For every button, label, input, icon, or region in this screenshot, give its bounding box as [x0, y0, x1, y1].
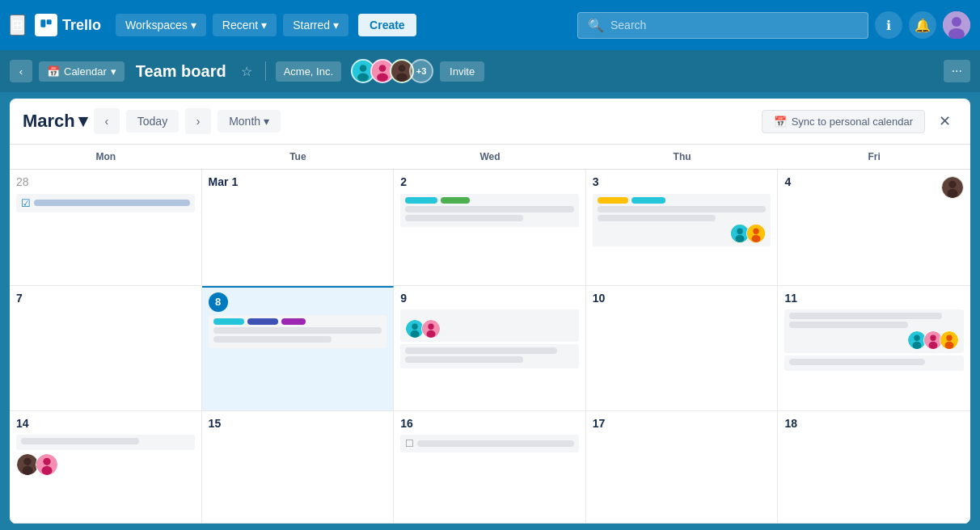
- cal-cell-fri11[interactable]: 11: [778, 286, 970, 411]
- next-month-button[interactable]: ›: [185, 108, 211, 134]
- cal-cell-thu10[interactable]: 10: [586, 286, 779, 411]
- cal-cell-mon7[interactable]: 7: [10, 286, 202, 411]
- date-number: 10: [593, 291, 771, 307]
- sidebar-toggle[interactable]: ‹: [10, 60, 32, 82]
- svg-point-39: [23, 458, 31, 465]
- svg-rect-1: [47, 19, 52, 24]
- today-button[interactable]: Today: [126, 110, 179, 132]
- invite-button[interactable]: Invite: [440, 61, 484, 82]
- card-content-line: [598, 206, 767, 212]
- calendar-card[interactable]: [400, 194, 579, 227]
- avatar-row: [598, 224, 767, 243]
- tag: [405, 197, 437, 204]
- recent-menu[interactable]: Recent ▾: [213, 14, 277, 36]
- svg-point-12: [399, 65, 406, 72]
- sync-calendar-button[interactable]: 📅 Sync to personal calendar: [762, 110, 925, 133]
- tag: [247, 318, 278, 325]
- cal-cell-wed16[interactable]: 16 ☐: [394, 411, 586, 524]
- calendar-card[interactable]: [209, 315, 387, 348]
- member-count-badge[interactable]: +3: [409, 59, 433, 83]
- svg-rect-0: [40, 19, 45, 27]
- chevron-down-icon: ▾: [264, 115, 269, 128]
- notifications-button[interactable]: 🔔: [909, 11, 936, 39]
- logo-box: [35, 14, 57, 36]
- tag: [632, 197, 665, 204]
- member-avatar[interactable]: [940, 330, 959, 350]
- member-avatar[interactable]: [746, 224, 766, 243]
- avatar-row: [405, 319, 574, 339]
- date-number: 7: [16, 291, 195, 307]
- svg-point-13: [396, 74, 408, 82]
- calendar-container: March ▾ ‹ Today › Month ▾ 📅 Sync to pers…: [10, 99, 970, 524]
- calendar-card[interactable]: [593, 194, 771, 246]
- avatar-row: [789, 330, 959, 350]
- more-options-button[interactable]: ···: [944, 60, 970, 82]
- cal-cell-mon14[interactable]: 14: [10, 411, 202, 524]
- workspace-button[interactable]: Acme, Inc.: [276, 61, 341, 82]
- chevron-down-icon: ▾: [111, 65, 116, 78]
- card-content: [417, 440, 574, 447]
- day-wed: Wed: [394, 145, 586, 169]
- cal-cell-tue8[interactable]: 8: [202, 286, 395, 411]
- chevron-down-icon: ▾: [261, 19, 267, 32]
- cal-cell-mon28[interactable]: 28 ☑: [10, 170, 202, 286]
- calendar-card[interactable]: ☐: [400, 435, 579, 452]
- day-tue: Tue: [202, 145, 395, 169]
- card-content-line: [405, 206, 574, 212]
- calendar-card[interactable]: [400, 309, 579, 342]
- calendar-view-button[interactable]: 📅 Calendar ▾: [39, 61, 125, 82]
- member-avatars: +3: [351, 59, 433, 83]
- month-selector[interactable]: March ▾: [23, 111, 87, 132]
- svg-point-19: [752, 234, 761, 242]
- view-selector[interactable]: Month ▾: [218, 110, 281, 132]
- chevron-down-icon: ▾: [191, 19, 196, 32]
- svg-point-33: [930, 335, 936, 341]
- cal-cell-mar1[interactable]: Mar 1: [202, 170, 395, 286]
- day-fri: Fri: [778, 145, 970, 169]
- date-number: 17: [593, 416, 771, 432]
- prev-month-button[interactable]: ‹: [94, 108, 120, 134]
- cal-cell-thu17[interactable]: 17: [586, 411, 779, 524]
- date-number: 9: [400, 291, 579, 307]
- member-avatar[interactable]: [36, 453, 58, 476]
- close-calendar-button[interactable]: ✕: [931, 108, 957, 134]
- card-content-line2: [213, 336, 332, 343]
- calendar-card[interactable]: [784, 309, 964, 353]
- calendar-card[interactable]: [16, 435, 195, 450]
- separator: [265, 61, 266, 81]
- calendar-card[interactable]: [400, 344, 579, 368]
- member-avatar[interactable]: [421, 319, 441, 339]
- cal-cell-fri18[interactable]: 18: [778, 411, 970, 524]
- star-button[interactable]: ☆: [238, 61, 256, 82]
- date-number: 18: [784, 416, 964, 432]
- user-avatar[interactable]: [943, 11, 970, 39]
- date-number: 4: [784, 175, 964, 191]
- cal-cell-tue15[interactable]: 15: [202, 411, 395, 524]
- starred-menu[interactable]: Starred ▾: [283, 14, 348, 36]
- svg-point-31: [913, 342, 922, 349]
- card-content-line2: [598, 215, 716, 221]
- calendar-card[interactable]: [784, 355, 964, 371]
- member-avatar[interactable]: [941, 176, 964, 199]
- cal-cell-wed2[interactable]: 2: [394, 170, 586, 286]
- workspaces-menu[interactable]: Workspaces ▾: [116, 14, 206, 36]
- svg-point-28: [427, 330, 436, 338]
- cal-cell-fri4[interactable]: 4: [778, 170, 970, 286]
- search-bar[interactable]: 🔍: [577, 12, 868, 39]
- search-input[interactable]: [610, 19, 858, 32]
- card-content-line: [405, 347, 557, 354]
- date-number: 3: [593, 175, 771, 191]
- svg-point-34: [929, 342, 938, 349]
- svg-point-3: [952, 17, 961, 27]
- info-button[interactable]: ℹ: [875, 11, 902, 39]
- cal-cell-wed9[interactable]: 9: [394, 286, 586, 411]
- grid-icon[interactable]: ⊞: [10, 15, 25, 36]
- chevron-down-icon: ▾: [78, 111, 87, 132]
- create-button[interactable]: Create: [358, 14, 416, 36]
- card-content-line: [789, 313, 942, 319]
- cal-cell-thu3[interactable]: 3: [586, 170, 779, 286]
- calendar-card[interactable]: ☑: [16, 194, 195, 212]
- top-navigation: ⊞ Trello Workspaces ▾ Recent ▾ Starred ▾…: [0, 0, 980, 50]
- board-bar: ‹ 📅 Calendar ▾ Team board ☆ Acme, Inc.: [0, 50, 980, 92]
- date-number: 2: [400, 175, 579, 191]
